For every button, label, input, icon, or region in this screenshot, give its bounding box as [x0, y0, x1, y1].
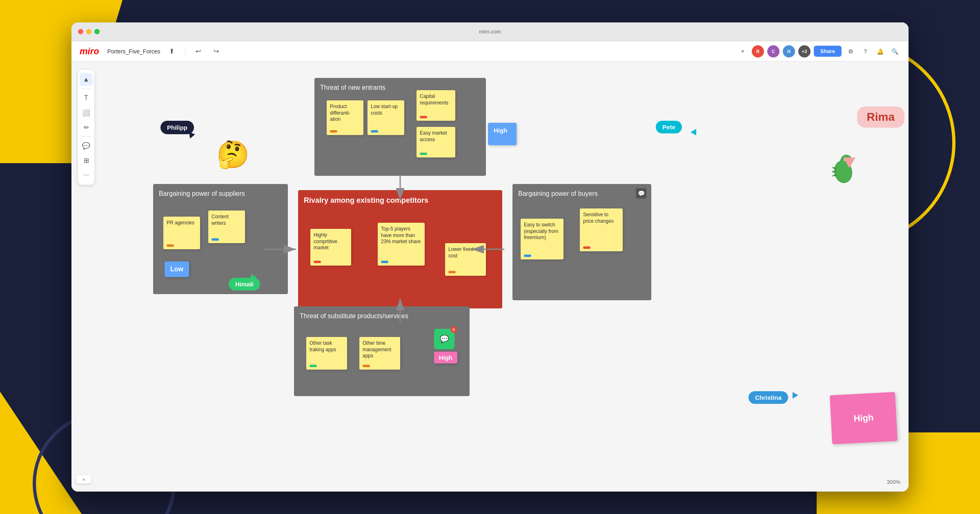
right-force-box: Bargaining power of buyers 💬 Easy to swi… — [512, 184, 651, 300]
notification-icon[interactable]: 🔔 — [874, 46, 886, 57]
toolbar-right: ⌖ R C H +3 Share ⚙ ? 🔔 🔍 — [737, 45, 900, 58]
sticky-content[interactable]: Content writers — [208, 210, 245, 243]
url-bar[interactable]: miro.com — [479, 29, 501, 35]
pen-tool[interactable]: ✏ — [80, 121, 93, 134]
sticky-dot — [583, 246, 590, 249]
maximize-button[interactable] — [94, 29, 100, 34]
toolbar-separator — [185, 47, 185, 56]
svg-line-10 — [833, 175, 836, 176]
avatar-user3[interactable]: H — [783, 45, 795, 58]
sticky-dot — [330, 130, 337, 133]
rima-cursor-label: Rima — [857, 106, 904, 128]
philipp-cursor-arrow — [187, 132, 195, 140]
sticky-dot — [314, 261, 321, 263]
left-force-title: Bargaining power of suppliers — [159, 190, 282, 198]
rima-triangle — [843, 157, 855, 168]
app-toolbar: miro Porters_Five_Forces ⬆ ↩ ↪ ⌖ R C H +… — [71, 41, 909, 62]
cursor-tool-icon[interactable]: ⌖ — [737, 46, 748, 57]
right-force-title: Bargaining power of buyers — [518, 190, 646, 198]
upload-button[interactable]: ⬆ — [165, 45, 178, 58]
more-tool[interactable]: ··· — [80, 168, 93, 182]
sticky-easy-switch[interactable]: Easy to switch (especially from freemium… — [521, 219, 564, 259]
bottom-force-box: Threat of substitute products/services O… — [294, 306, 470, 396]
christina-cursor-arrow — [793, 392, 798, 399]
help-icon[interactable]: ? — [860, 46, 871, 57]
top-force-title: Threat of new entrants — [320, 84, 480, 92]
comment-icon[interactable]: 💬 — [636, 188, 646, 199]
sticky-market-share[interactable]: Top-5 players have more than 23% market … — [378, 223, 425, 266]
shape-tool[interactable]: ⬜ — [80, 106, 93, 119]
sticky-dot — [167, 244, 174, 247]
avatar-user1[interactable]: R — [752, 45, 764, 58]
sticky-price-sensitive[interactable]: Sensitive to price changes — [580, 208, 623, 251]
close-button[interactable] — [78, 29, 83, 34]
expand-toolbar[interactable]: » — [76, 475, 91, 483]
redo-button[interactable]: ↪ — [210, 45, 223, 58]
sticky-dot — [381, 261, 388, 263]
window-controls — [78, 29, 100, 34]
undo-button[interactable]: ↩ — [192, 45, 205, 58]
tool-separator — [81, 89, 91, 89]
center-force-box: Rivalry among existing competitors Highl… — [298, 190, 502, 308]
grid-tool[interactable]: ⊞ — [80, 154, 93, 167]
svg-line-8 — [833, 168, 836, 168]
settings-icon[interactable]: ⚙ — [845, 46, 856, 57]
comment-tool[interactable]: 💬 — [80, 139, 93, 152]
sticky-startup[interactable]: Low start-up costs — [368, 100, 404, 135]
avatar-user2[interactable]: C — [767, 45, 780, 58]
high-badge-bottom[interactable]: High — [434, 352, 457, 363]
sticky-product-diff[interactable]: Product differanti-ation — [327, 100, 363, 135]
top-force-box: Threat of new entrants Product differant… — [314, 78, 486, 176]
sticky-dot — [363, 365, 370, 367]
sticky-dot — [212, 238, 219, 241]
sticky-dot — [524, 255, 531, 257]
comment-badge[interactable]: 💬 3 — [434, 329, 454, 349]
minimize-button[interactable] — [86, 29, 91, 34]
left-force-box: Bargaining power of suppliers PR agencie… — [153, 184, 288, 294]
sticky-dot — [420, 116, 427, 118]
share-button[interactable]: Share — [814, 46, 842, 57]
sticky-pr[interactable]: PR agencies — [163, 217, 200, 249]
sticky-dot — [420, 153, 427, 155]
sticky-competitive[interactable]: Highly comprtitive market — [310, 229, 351, 266]
bottom-force-title: Threat of substitute products/services — [300, 312, 464, 321]
high-badge-top[interactable]: High — [488, 123, 517, 145]
avatar-count[interactable]: +3 — [798, 45, 811, 58]
character-sticker: 🤔 — [216, 139, 249, 170]
sticky-market-access[interactable]: Easy market access — [416, 127, 455, 157]
christina-cursor-label: Christina — [748, 391, 788, 404]
sticky-fixed-cost[interactable]: Lower fixed cost — [445, 243, 486, 276]
select-tool[interactable]: ▲ — [80, 73, 93, 86]
center-force-title: Rivalry among existing competitors — [304, 196, 497, 205]
himali-cursor-label: Himali — [229, 278, 260, 290]
pete-cursor-arrow — [690, 129, 696, 135]
browser-window: miro.com miro Porters_Five_Forces ⬆ ↩ ↪ … — [71, 22, 909, 492]
sticky-time-apps[interactable]: Other time management apps — [359, 337, 400, 370]
file-name[interactable]: Porters_Five_Forces — [107, 48, 160, 55]
text-tool[interactable]: T — [80, 91, 93, 104]
canvas-area[interactable]: ▲ T ⬜ ✏ 💬 ⊞ ··· » — [71, 62, 909, 492]
left-toolbar: ▲ T ⬜ ✏ 💬 ⊞ ··· — [78, 70, 94, 185]
zoom-indicator[interactable]: 300% — [887, 479, 900, 485]
sticky-task-apps[interactable]: Other task traking apps — [306, 337, 347, 370]
low-badge[interactable]: Low — [165, 261, 189, 277]
tool-separator-2 — [81, 136, 91, 137]
search-icon[interactable]: 🔍 — [889, 46, 900, 57]
sticky-dot — [310, 365, 317, 367]
comment-count: 3 — [450, 326, 457, 333]
miro-logo: miro — [80, 46, 99, 57]
sticky-dot — [371, 130, 378, 133]
sticky-dot — [448, 271, 456, 273]
title-bar: miro.com — [71, 22, 909, 41]
sticky-capital[interactable]: Capital requirements — [416, 90, 455, 121]
pete-cursor-label: Pete — [656, 121, 682, 133]
high-sticky-large[interactable]: High — [830, 392, 898, 444]
